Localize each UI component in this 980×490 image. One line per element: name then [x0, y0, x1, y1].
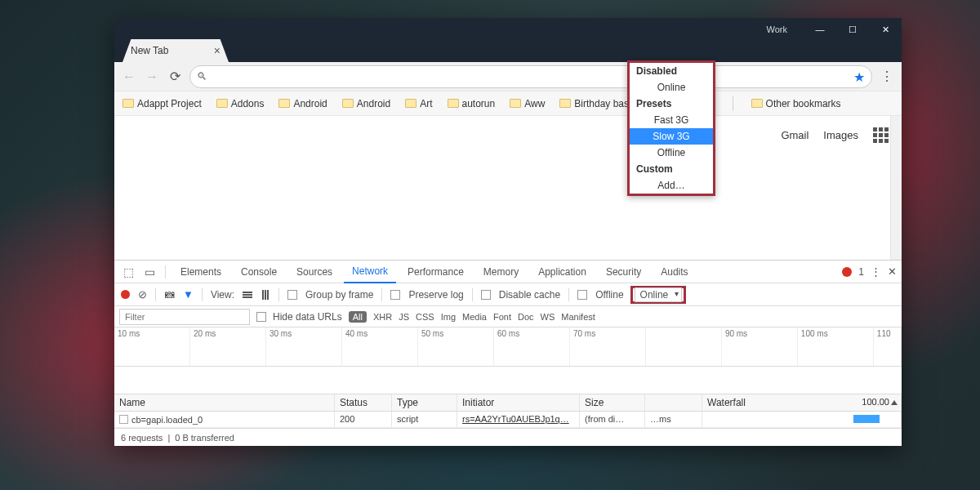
bookmark-star-icon[interactable]: ★ [853, 69, 865, 85]
bookmark-folder[interactable]: Addons [216, 98, 265, 109]
row-checkbox[interactable] [119, 415, 128, 424]
minimize-button[interactable]: — [804, 18, 836, 41]
bookmark-folder[interactable]: Android [342, 98, 390, 109]
images-link[interactable]: Images [823, 129, 858, 141]
timeline-tick: 30 ms [266, 327, 342, 366]
reload-button[interactable]: ⟳ [167, 69, 183, 85]
timeline-tick: 20 ms [190, 327, 266, 366]
error-badge-icon[interactable] [842, 267, 852, 277]
filter-input[interactable] [119, 309, 250, 325]
dropdown-header-disabled: Disabled [630, 63, 713, 79]
record-icon[interactable] [121, 290, 130, 299]
network-toolbar: ⊘ 📷︎ ▼ View: Group by frame Preserve log… [114, 283, 902, 306]
throttle-select[interactable]: Online [635, 287, 683, 302]
network-timeline[interactable]: 10 ms 20 ms 30 ms 40 ms 50 ms 60 ms 70 m… [114, 327, 902, 367]
timeline-tick: 110 [874, 327, 902, 366]
preserve-log-checkbox[interactable] [390, 290, 400, 300]
browser-tab[interactable]: New Tab × [122, 39, 229, 62]
bookmark-folder[interactable]: Adappt Project [122, 98, 202, 109]
profile-label[interactable]: Work [767, 24, 787, 34]
bookmark-folder[interactable]: Birthday bash [559, 98, 634, 109]
cell-name: cb=gapi.loaded_0 [131, 415, 203, 425]
disable-cache-checkbox[interactable] [481, 290, 491, 300]
hide-data-urls-checkbox[interactable] [256, 312, 266, 322]
address-bar[interactable]: 🔍︎ ★ [189, 65, 872, 88]
filter-type-ws[interactable]: WS [541, 312, 555, 322]
filter-type-media[interactable]: Media [462, 312, 487, 322]
clear-icon[interactable]: ⊘ [138, 288, 147, 301]
header-size[interactable]: Size [580, 394, 645, 411]
waterfall-bar [853, 415, 880, 423]
folder-icon [122, 99, 134, 108]
tab-network[interactable]: Network [344, 261, 396, 283]
capture-screenshot-icon[interactable]: 📷︎ [164, 288, 175, 301]
bookmark-folder[interactable]: Aww [510, 98, 545, 109]
header-time[interactable] [645, 394, 702, 411]
tab-performance[interactable]: Performance [399, 261, 472, 283]
tab-sources[interactable]: Sources [288, 261, 341, 283]
back-button[interactable]: ← [121, 69, 137, 85]
folder-icon [405, 99, 416, 108]
folder-icon [510, 99, 521, 108]
devtools-close-icon[interactable]: ✕ [888, 265, 897, 278]
dropdown-header-presets: Presets [630, 96, 713, 112]
filter-type-manifest[interactable]: Manifest [561, 312, 595, 322]
close-tab-icon[interactable]: × [214, 44, 220, 57]
sort-arrow-icon [891, 400, 898, 405]
folder-icon [278, 99, 290, 108]
tab-console[interactable]: Console [233, 261, 285, 283]
tab-audits[interactable]: Audits [653, 261, 696, 283]
gmail-link[interactable]: Gmail [781, 129, 808, 141]
filter-type-img[interactable]: Img [441, 312, 456, 322]
throttle-option-fast3g[interactable]: Fast 3G [630, 112, 713, 128]
filter-type-xhr[interactable]: XHR [373, 312, 392, 322]
device-toolbar-icon[interactable]: ▭ [140, 265, 158, 278]
divider [472, 288, 473, 301]
large-rows-icon[interactable] [243, 292, 252, 298]
close-window-button[interactable]: ✕ [869, 18, 902, 41]
throttle-highlight: Online [630, 286, 687, 304]
header-name[interactable]: Name [114, 394, 335, 411]
tab-security[interactable]: Security [598, 261, 649, 283]
filter-toggle-icon[interactable]: ▼ [183, 288, 194, 301]
other-bookmarks-folder[interactable]: Other bookmarks [751, 98, 841, 109]
bookmark-folder[interactable]: Android [278, 98, 327, 109]
apps-grid-icon[interactable] [873, 127, 889, 143]
page-scrollbar[interactable] [890, 116, 902, 260]
overview-icon[interactable] [262, 290, 269, 300]
throttle-option-online[interactable]: Online [630, 79, 713, 96]
network-status-bar: 6 requests | 0 B transferred [114, 428, 902, 446]
dropdown-header-custom: Custom [630, 161, 713, 177]
throttle-option-offline[interactable]: Offline [630, 145, 713, 161]
header-type[interactable]: Type [392, 394, 457, 411]
filter-type-js[interactable]: JS [399, 312, 409, 322]
network-request-row[interactable]: cb=gapi.loaded_0 200 script rs=AA2YrTu0A… [114, 412, 902, 428]
tab-elements[interactable]: Elements [172, 261, 229, 283]
tab-memory[interactable]: Memory [475, 261, 527, 283]
header-status[interactable]: Status [335, 394, 392, 411]
cell-status: 200 [335, 412, 392, 427]
inspect-element-icon[interactable]: ⬚ [119, 265, 137, 278]
throttle-option-add[interactable]: Add… [630, 177, 713, 194]
forward-button[interactable]: → [144, 69, 160, 85]
filter-type-css[interactable]: CSS [416, 312, 434, 322]
group-by-frame-checkbox[interactable] [287, 290, 297, 300]
tab-application[interactable]: Application [530, 261, 595, 283]
timeline-tick: 100 ms [798, 327, 874, 366]
filter-type-font[interactable]: Font [493, 312, 511, 322]
chrome-menu-button[interactable]: ⋮ [879, 69, 895, 84]
filter-type-all[interactable]: All [349, 311, 367, 323]
throttle-option-slow3g[interactable]: Slow 3G [630, 128, 713, 145]
devtools-tab-row: ⬚ ▭ Elements Console Sources Network Per… [114, 261, 902, 283]
header-initiator[interactable]: Initiator [457, 394, 580, 411]
bookmark-folder[interactable]: autorun [448, 98, 496, 109]
offline-checkbox[interactable] [577, 290, 587, 300]
header-waterfall[interactable]: Waterfall 100.00 [702, 394, 902, 411]
timeline-tick: 10 ms [114, 327, 190, 366]
devtools-menu-icon[interactable]: ⋮ [871, 265, 881, 278]
folder-icon [751, 99, 763, 108]
filter-type-doc[interactable]: Doc [518, 312, 534, 322]
bookmark-folder[interactable]: Art [405, 98, 432, 109]
maximize-button[interactable]: ☐ [836, 18, 869, 41]
cell-initiator[interactable]: rs=AA2YrTu0AUEBJp1q… [462, 414, 569, 424]
